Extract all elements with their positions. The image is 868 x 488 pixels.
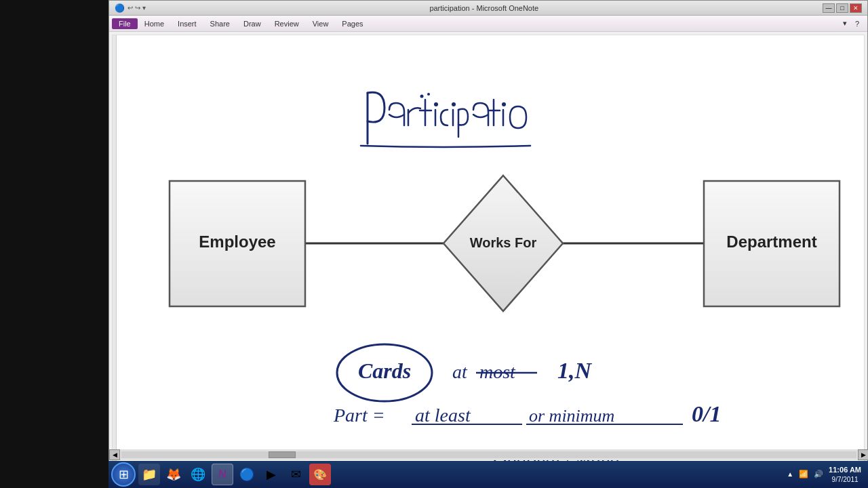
svg-text:at: at (452, 361, 468, 382)
svg-point-0 (434, 102, 438, 106)
maximize-button[interactable]: □ (836, 3, 848, 13)
svg-text:or minimum: or minimum (529, 406, 614, 426)
window-controls[interactable]: — □ ✕ (823, 3, 862, 13)
svg-text:at least: at least (415, 405, 471, 426)
clock: 11:06 AM 9/7/2011 (829, 465, 861, 483)
svg-point-1 (452, 102, 456, 106)
content-area: Employee Works For Department Cards at (112, 35, 865, 482)
taskbar-paint-icon[interactable]: 🎨 (309, 464, 331, 485)
help-button[interactable]: ? (850, 18, 865, 29)
svg-text:Department: Department (726, 232, 816, 251)
volume-icon: 🔊 (814, 470, 823, 479)
svg-text:0/1: 0/1 (692, 401, 721, 426)
menu-bar: File Home Insert Share Draw Review View … (109, 16, 867, 32)
menu-file[interactable]: File (112, 18, 138, 29)
scroll-thumb[interactable] (269, 451, 296, 458)
network-icon: 📶 (799, 470, 808, 479)
diagram-title-container (347, 73, 537, 170)
scroll-left-arrow[interactable]: ◀ (109, 449, 120, 460)
taskbar-mail-icon[interactable]: ✉ (285, 464, 307, 485)
taskbar-ie-icon[interactable]: 🔵 (236, 464, 258, 485)
menu-review[interactable]: Review (268, 18, 306, 29)
start-button[interactable]: ⊞ (111, 462, 136, 487)
taskbar: ⊞ 📁 🦊 🌐 N 🔵 ▶ ✉ 🎨 ▲ 📶 🔊 11:06 AM 9/7/201… (108, 461, 868, 488)
onenote-window: 🔵 ↩ ↪ ▾ participation - Microsoft OneNot… (108, 0, 868, 488)
minimize-button[interactable]: — (823, 3, 835, 13)
svg-point-2 (502, 102, 506, 106)
taskbar-onenote-icon[interactable]: N (212, 464, 233, 485)
svg-text:Cards: Cards (358, 359, 411, 383)
svg-text:1,N: 1,N (557, 358, 593, 383)
er-diagram-svg: Employee Works For Department (151, 167, 856, 323)
tray-arrow[interactable]: ▲ (787, 470, 793, 478)
svg-text:most: most (479, 361, 516, 382)
scroll-right-arrow[interactable]: ▶ (858, 449, 868, 460)
page-content: Employee Works For Department Cards at (117, 35, 864, 481)
menu-home[interactable]: Home (138, 18, 171, 29)
taskbar-globe-icon[interactable]: 🌐 (187, 464, 209, 485)
taskbar-explorer-icon[interactable]: 📁 (138, 464, 160, 485)
svg-text:Part =: Part = (333, 405, 385, 426)
close-button[interactable]: ✕ (850, 3, 862, 13)
title-bar: 🔵 ↩ ↪ ▾ participation - Microsoft OneNot… (109, 1, 867, 16)
svg-point-3 (420, 95, 424, 98)
menu-view[interactable]: View (306, 18, 336, 29)
menu-pages[interactable]: Pages (335, 18, 370, 29)
clock-date: 9/7/2011 (829, 475, 861, 484)
left-black-bar (0, 0, 108, 488)
menu-share[interactable]: Share (203, 18, 237, 29)
window-title: participation - Microsoft OneNote (146, 4, 823, 12)
scroll-bar-bottom[interactable]: ◀ ▶ (109, 449, 868, 460)
participation-title-svg (347, 73, 537, 167)
svg-text:Works For: Works For (470, 235, 537, 250)
system-tray: ▲ 📶 🔊 11:06 AM 9/7/2011 (787, 465, 865, 483)
taskbar-firefox-icon[interactable]: 🦊 (163, 464, 184, 485)
svg-text:Employee: Employee (199, 232, 275, 251)
menu-draw[interactable]: Draw (237, 18, 268, 29)
clock-time: 11:06 AM (829, 465, 861, 474)
svg-point-4 (427, 93, 430, 96)
scroll-track[interactable] (121, 451, 856, 458)
taskbar-media-icon[interactable]: ▶ (260, 464, 282, 485)
menu-insert[interactable]: Insert (171, 18, 203, 29)
